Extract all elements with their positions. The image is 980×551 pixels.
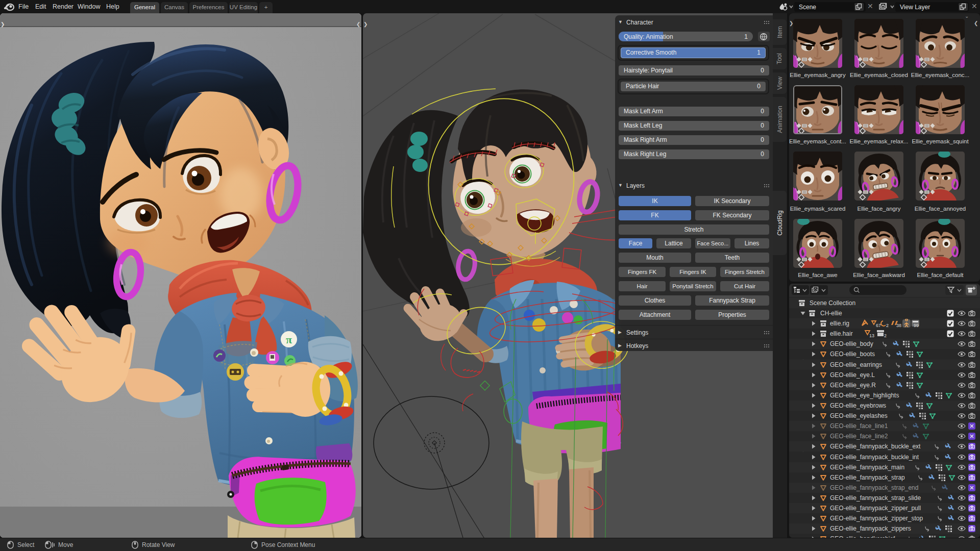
- svg-text:67: 67: [876, 323, 881, 328]
- svg-text:38: 38: [896, 323, 901, 328]
- svg-text:2: 2: [884, 333, 887, 338]
- svg-text:π: π: [286, 333, 292, 346]
- svg-text:2: 2: [886, 323, 889, 328]
- svg-text:99: 99: [914, 323, 919, 328]
- svg-text:13: 13: [869, 333, 874, 338]
